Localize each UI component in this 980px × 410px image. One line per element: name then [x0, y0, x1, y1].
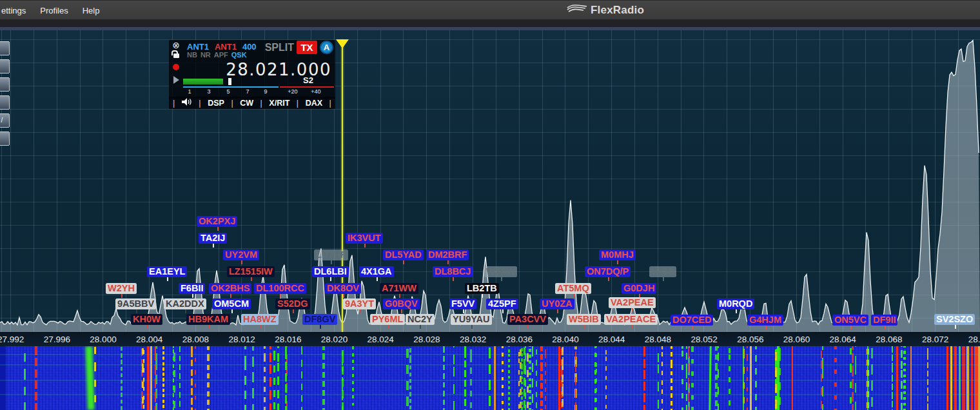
split-label[interactable]: SPLIT [265, 42, 294, 54]
pan-side-button[interactable] [0, 41, 10, 55]
spot-dl6lbi[interactable]: DL6LBI [312, 266, 349, 277]
qsk-flag[interactable]: QSK [231, 51, 247, 59]
pan-side-button[interactable] [0, 59, 10, 73]
menu-item-ettings[interactable]: ettings [1, 6, 26, 15]
spot-tick [955, 325, 956, 329]
spot-lu7hf[interactable]: LU7HF [314, 249, 348, 260]
spot-g0bqv[interactable]: G0BQV [383, 298, 420, 309]
tx-slice-cursor-handle[interactable] [336, 39, 349, 48]
waterfall-signal-streak [453, 346, 455, 410]
spot-lb2tb[interactable]: LB2TB [465, 283, 499, 294]
waterfall[interactable] [0, 346, 980, 410]
frequency-display[interactable]: 28.021.000 [226, 60, 331, 79]
spot-nc2y[interactable]: NC2Y [406, 314, 435, 325]
filter-width[interactable]: 400 [242, 42, 257, 52]
spot-dk8ov[interactable]: DK8OV [325, 283, 361, 294]
rx-antenna[interactable]: ANT1 [187, 42, 209, 52]
frequency-axis[interactable]: 27.99227.99628.00028.00428.00828.01228.0… [0, 332, 980, 346]
spot-w5bib[interactable]: W5BIB [567, 314, 601, 325]
spot-ok2bhs[interactable]: OK2BHS [209, 283, 251, 294]
spot-tick [146, 325, 148, 329]
spot-wi5d[interactable]: WI5D [649, 266, 676, 277]
mute-icon[interactable]: ⊗ [172, 41, 180, 50]
spot-4x1ga[interactable]: 4X1GA [359, 266, 394, 277]
spot-m0rqd[interactable]: M0RQD [717, 298, 754, 309]
tx-button[interactable]: TX [297, 41, 317, 54]
axis-tick-label: 28.028 [413, 335, 440, 344]
spot-dl5yad[interactable]: DL5YAD [383, 249, 424, 260]
panadapter[interactable]: / ⊗ ANT1 ANT1 400 NB NR APF QSK SP [0, 30, 980, 332]
unlock-icon[interactable] [173, 54, 179, 58]
spot-kh0w[interactable]: KH0W [131, 314, 162, 325]
spot-g0djh[interactable]: G0DJH [622, 283, 656, 294]
spot-py6ml[interactable]: PY6ML [370, 314, 405, 325]
spot-va2peae[interactable]: VA2PEAE [609, 297, 656, 308]
spot-va2peace[interactable]: VA2PEACE [604, 314, 658, 325]
pan-side-button[interactable] [0, 95, 10, 110]
spot-dl8bcj[interactable]: DL8BCJ [433, 266, 473, 277]
spot-9a5bbv[interactable]: 9A5BBV [115, 298, 156, 309]
spot-w1aw[interactable]: W1AW [484, 266, 517, 277]
spot-om5cm[interactable]: OM5CM [212, 298, 251, 309]
spot-tick [331, 260, 332, 264]
spot-tick [885, 326, 886, 329]
flag-tab-dax[interactable]: DAX [306, 99, 322, 108]
play-icon[interactable] [173, 76, 179, 84]
pan-side-button[interactable] [0, 77, 10, 92]
spot-4z5pf[interactable]: 4Z5PF [486, 298, 518, 309]
flag-tab-xrit[interactable]: X/RIT [269, 99, 289, 108]
spot-df8gv[interactable]: DF8GV [302, 314, 337, 325]
spot-on7dqp[interactable]: ON7DQ/P [585, 266, 631, 277]
spot-ka2ddx[interactable]: KA2DDX [164, 298, 206, 309]
nb-flag[interactable]: NB [187, 51, 197, 59]
spot-uy0za[interactable]: UY0ZA [540, 298, 574, 309]
spot-tick [343, 294, 344, 298]
menu-item-help[interactable]: Help [83, 6, 100, 15]
spot-on5vc[interactable]: ON5VC [832, 315, 868, 326]
apf-flag[interactable]: APF [214, 51, 228, 59]
flag-tab-dsp[interactable]: DSP [208, 99, 224, 108]
spot-sv2szo[interactable]: SV2SZO [934, 314, 975, 325]
spot-dl100rcc[interactable]: DL100RCC [254, 283, 306, 294]
spot-9a3yt[interactable]: 9A3YT [343, 298, 376, 309]
spot-at5mq[interactable]: AT5MQ [555, 283, 591, 294]
spot-f5vv[interactable]: F5VV [449, 298, 476, 309]
waterfall-horizontal-smear [0, 380, 980, 381]
menu-item-profiles[interactable]: Profiles [40, 6, 68, 15]
nr-flag[interactable]: NR [201, 51, 211, 59]
record-icon[interactable] [173, 64, 179, 70]
spot-m0mhj[interactable]: M0MHJ [599, 249, 636, 260]
slice-flag[interactable]: ⊗ ANT1 ANT1 400 NB NR APF QSK SPLIT TX A… [169, 40, 335, 99]
spot-dm2brf[interactable]: DM2BRF [426, 249, 469, 260]
waterfall-signal-streak [867, 346, 868, 410]
spot-tick [231, 309, 233, 313]
spot-ea1eyl[interactable]: EA1EYL [147, 266, 187, 277]
flag-tab-cw[interactable]: CW [240, 99, 253, 108]
spot-s52dg[interactable]: S52DG [275, 298, 310, 309]
spot-ta2ij[interactable]: TA2IJ [199, 233, 227, 244]
spot-tick [617, 260, 618, 264]
spot-ok2pxj[interactable]: OK2PXJ [197, 216, 237, 227]
spot-do7ced[interactable]: DO7CED [671, 315, 713, 326]
spot-uy2vm[interactable]: UY2VM [223, 249, 259, 260]
slice-letter-badge[interactable]: A [320, 41, 333, 54]
axis-tick-label: 28.008 [182, 335, 209, 344]
spot-yu9yau[interactable]: YU9YAU [451, 314, 492, 325]
audio-speaker-icon[interactable] [182, 98, 192, 108]
spot-tick [320, 325, 321, 329]
spot-ik3vut[interactable]: IK3VUT [346, 233, 383, 244]
spot-f6bii[interactable]: F6BII [179, 283, 205, 294]
spot-df9ii[interactable]: DF9II [871, 315, 897, 326]
spot-pa3cvv[interactable]: PA3CVV [507, 314, 548, 325]
tx-antenna[interactable]: ANT1 [215, 42, 237, 52]
spot-a71ww[interactable]: A71WW [380, 283, 418, 294]
spot-tick [399, 294, 400, 298]
spot-w2yh[interactable]: W2YH [106, 283, 137, 294]
pan-side-button[interactable]: / [0, 113, 10, 128]
waterfall-signal-streak [0, 346, 6, 410]
spot-g4hjm[interactable]: G4HJM [747, 315, 783, 326]
spot-hb9kam[interactable]: HB9KAM [186, 314, 230, 325]
spot-ha8wz[interactable]: HA8WZ [241, 314, 279, 325]
spot-lz1515iw[interactable]: LZ1515IW [227, 266, 275, 277]
pan-side-button[interactable] [0, 132, 10, 146]
